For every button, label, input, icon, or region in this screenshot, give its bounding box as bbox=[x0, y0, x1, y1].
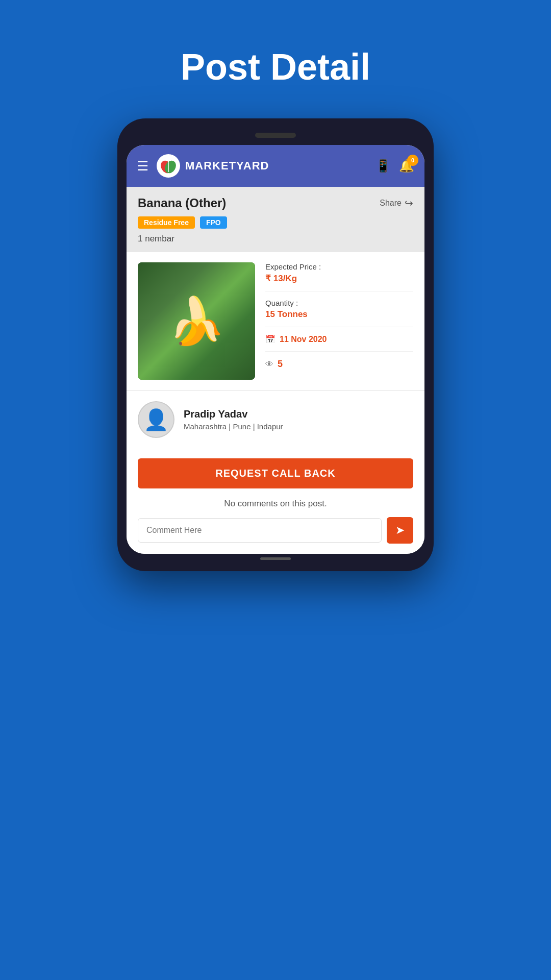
share-label: Share bbox=[380, 199, 402, 208]
seller-location: Maharashtra | Pune | Indapur bbox=[184, 422, 283, 431]
share-icon: ↪ bbox=[405, 197, 413, 209]
banana-image: 🍌 bbox=[138, 262, 255, 380]
phone-frame: ☰ MARKETYARD 📱 🔔 bbox=[117, 118, 434, 571]
eye-icon: 👁 bbox=[265, 360, 273, 369]
post-subtitle: 1 nembar bbox=[138, 234, 174, 243]
post-header-section: Banana (Other) Share ↪ Residue Free FPO … bbox=[127, 187, 424, 252]
tag-residue-free: Residue Free bbox=[138, 216, 195, 229]
send-icon: ➤ bbox=[395, 524, 405, 537]
date-value: 11 Nov 2020 bbox=[280, 335, 327, 344]
price-value: ₹ 13/Kg bbox=[265, 273, 413, 284]
phone-share-icon[interactable]: 📱 bbox=[375, 159, 391, 173]
phone-bottom-bar bbox=[127, 554, 424, 562]
phone-screen: ☰ MARKETYARD 📱 🔔 bbox=[127, 145, 424, 554]
product-image: 🍌 bbox=[138, 262, 255, 380]
seller-avatar: 👤 bbox=[138, 401, 174, 438]
comment-bar: ➤ bbox=[138, 517, 413, 544]
price-row: Expected Price : ₹ 13/Kg bbox=[265, 262, 413, 291]
seller-info: Pradip Yadav Maharashtra | Pune | Indapu… bbox=[184, 408, 283, 431]
tags-row: Residue Free FPO bbox=[138, 216, 413, 229]
comment-input[interactable] bbox=[138, 518, 382, 543]
quantity-label: Quantity : bbox=[265, 299, 413, 307]
page-title: Post Detail bbox=[181, 46, 370, 88]
header-right: 📱 🔔 0 bbox=[375, 159, 414, 173]
logo-circle bbox=[157, 154, 180, 178]
calendar-icon: 📅 bbox=[265, 334, 276, 344]
quantity-value: 15 Tonnes bbox=[265, 309, 413, 320]
banana-emoji: 🍌 bbox=[168, 295, 225, 348]
post-title-row: Banana (Other) Share ↪ bbox=[138, 196, 413, 210]
notification-badge: 0 bbox=[407, 155, 418, 166]
bottom-indicator bbox=[260, 557, 291, 560]
views-row: 👁 5 bbox=[265, 359, 413, 370]
avatar-icon: 👤 bbox=[143, 408, 169, 432]
views-count: 5 bbox=[278, 359, 283, 370]
phone-notch bbox=[127, 128, 424, 143]
notification-wrapper[interactable]: 🔔 0 bbox=[399, 159, 414, 173]
post-title-text: Banana (Other) bbox=[138, 196, 226, 210]
product-info: Expected Price : ₹ 13/Kg Quantity : 15 T… bbox=[265, 262, 413, 380]
product-content: 🍌 Expected Price : ₹ 13/Kg Quantity : 15… bbox=[138, 262, 413, 380]
date-row: 📅 11 Nov 2020 bbox=[265, 334, 413, 352]
price-label: Expected Price : bbox=[265, 262, 413, 271]
brand-name: MARKETYARD bbox=[185, 159, 269, 173]
send-button[interactable]: ➤ bbox=[387, 517, 413, 544]
request-callback-button[interactable]: REQUEST CALL BACK bbox=[138, 458, 413, 488]
logo-leaf-icon bbox=[159, 157, 178, 175]
header-left: ☰ MARKETYARD bbox=[137, 154, 269, 178]
hamburger-icon[interactable]: ☰ bbox=[137, 158, 148, 174]
seller-name: Pradip Yadav bbox=[184, 408, 283, 420]
quantity-row: Quantity : 15 Tonnes bbox=[265, 299, 413, 327]
no-comments-text: No comments on this post. bbox=[138, 499, 413, 509]
phone-speaker bbox=[255, 133, 296, 138]
seller-section: 👤 Pradip Yadav Maharashtra | Pune | Inda… bbox=[127, 391, 424, 448]
logo-container: MARKETYARD bbox=[157, 154, 269, 178]
tag-fpo: FPO bbox=[200, 216, 227, 229]
share-button[interactable]: Share ↪ bbox=[380, 197, 413, 209]
product-detail-section: 🍌 Expected Price : ₹ 13/Kg Quantity : 15… bbox=[127, 252, 424, 390]
bottom-section: REQUEST CALL BACK No comments on this po… bbox=[127, 448, 424, 554]
app-header: ☰ MARKETYARD 📱 🔔 bbox=[127, 145, 424, 187]
